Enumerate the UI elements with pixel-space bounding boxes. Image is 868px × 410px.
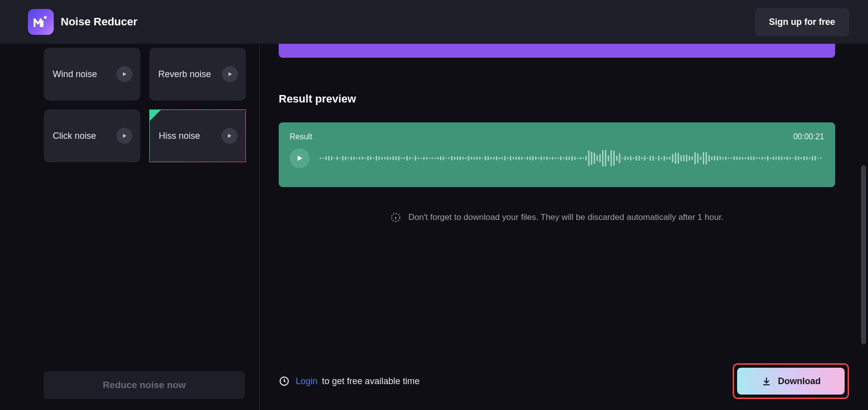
svg-rect-135: [694, 152, 696, 164]
svg-rect-51: [459, 156, 461, 160]
svg-rect-179: [817, 158, 819, 159]
svg-rect-19: [370, 156, 372, 160]
svg-rect-110: [625, 156, 626, 160]
noise-tile-wind-noise[interactable]: Wind noise: [44, 48, 140, 101]
svg-rect-163: [772, 156, 774, 160]
download-button[interactable]: Download: [737, 368, 845, 395]
svg-rect-137: [700, 156, 701, 160]
svg-rect-106: [613, 151, 615, 166]
svg-rect-15: [359, 157, 360, 160]
login-rest-text: to get free available time: [322, 376, 420, 386]
svg-rect-34: [412, 158, 414, 159]
svg-rect-9: [342, 156, 343, 160]
svg-rect-133: [689, 156, 690, 160]
tile-label: Wind noise: [53, 69, 97, 80]
svg-rect-85: [554, 157, 556, 159]
svg-rect-142: [714, 156, 715, 160]
download-icon: [761, 376, 772, 387]
svg-rect-180: [820, 157, 822, 159]
svg-rect-134: [692, 156, 693, 160]
svg-rect-70: [513, 157, 514, 159]
svg-rect-93: [577, 158, 578, 159]
tile-play-button[interactable]: [116, 66, 132, 82]
svg-rect-101: [599, 154, 601, 162]
svg-rect-69: [510, 156, 511, 160]
svg-rect-56: [473, 157, 475, 160]
play-icon: [296, 154, 304, 162]
svg-rect-161: [767, 156, 768, 161]
result-panel: Result preview Result 00:00:21 Don't for…: [260, 44, 868, 410]
svg-rect-97: [588, 150, 590, 166]
result-card: Result 00:00:21: [279, 122, 835, 187]
download-highlight: Download: [733, 363, 849, 399]
play-icon: [226, 133, 232, 139]
svg-rect-160: [764, 157, 766, 159]
svg-rect-54: [468, 156, 469, 161]
svg-rect-90: [568, 156, 570, 160]
svg-rect-119: [650, 156, 651, 161]
tile-play-button[interactable]: [221, 128, 237, 144]
main-content: Wind noiseReverb noiseClick noiseHiss no…: [0, 44, 868, 410]
svg-rect-143: [717, 156, 718, 161]
clock-icon: [279, 376, 290, 387]
svg-rect-122: [658, 156, 659, 161]
login-link[interactable]: Login: [296, 376, 318, 386]
svg-rect-153: [745, 157, 746, 159]
svg-rect-94: [580, 157, 581, 160]
svg-rect-167: [784, 157, 785, 159]
svg-rect-175: [806, 157, 808, 160]
svg-rect-82: [546, 157, 547, 160]
svg-rect-83: [549, 157, 550, 159]
svg-rect-73: [521, 157, 523, 160]
reduce-noise-button[interactable]: Reduce noise now: [44, 371, 245, 399]
svg-rect-32: [407, 156, 408, 161]
svg-rect-86: [557, 157, 559, 159]
tile-play-button[interactable]: [116, 128, 132, 144]
svg-rect-58: [479, 157, 481, 160]
tile-play-button[interactable]: [222, 66, 238, 82]
svg-rect-61: [487, 156, 489, 160]
svg-rect-173: [801, 157, 802, 159]
bottom-bar: Login to get free available time Downloa…: [279, 363, 849, 399]
noise-tile-reverb-noise[interactable]: Reverb noise: [149, 48, 246, 101]
svg-rect-140: [708, 155, 710, 162]
svg-rect-25: [387, 156, 388, 160]
svg-rect-30: [401, 158, 402, 159]
svg-rect-138: [703, 152, 704, 164]
svg-rect-162: [770, 157, 771, 159]
svg-rect-108: [619, 153, 620, 163]
svg-rect-39: [426, 157, 428, 159]
svg-rect-5: [331, 156, 332, 161]
svg-rect-67: [504, 156, 506, 160]
svg-rect-38: [423, 157, 425, 160]
svg-rect-65: [499, 157, 500, 159]
svg-rect-121: [655, 158, 657, 159]
svg-rect-123: [661, 157, 662, 159]
svg-rect-105: [611, 150, 612, 166]
svg-rect-136: [697, 153, 699, 163]
svg-rect-157: [756, 157, 758, 159]
svg-rect-150: [736, 157, 738, 160]
svg-rect-132: [686, 155, 687, 162]
svg-rect-60: [485, 156, 486, 161]
noise-tile-click-noise[interactable]: Click noise: [44, 109, 140, 162]
svg-rect-57: [476, 156, 478, 160]
app-logo: [28, 9, 54, 35]
sign-up-button[interactable]: Sign up for free: [755, 8, 849, 36]
note-text: Don't forget to download your files. The…: [408, 212, 723, 222]
download-label: Download: [778, 376, 821, 387]
svg-rect-50: [457, 157, 458, 160]
login-prompt: Login to get free available time: [279, 376, 420, 387]
svg-rect-148: [731, 158, 732, 159]
svg-rect-21: [376, 156, 377, 161]
result-play-button[interactable]: [290, 148, 310, 168]
app-header: Noise Reducer Sign up for free: [0, 0, 868, 44]
svg-rect-145: [722, 157, 724, 160]
noise-tile-hiss-noise[interactable]: Hiss noise: [149, 109, 246, 162]
svg-rect-84: [552, 157, 553, 160]
scrollbar[interactable]: [861, 165, 866, 344]
svg-rect-47: [448, 157, 450, 159]
svg-rect-45: [443, 156, 444, 160]
svg-rect-178: [815, 156, 816, 160]
svg-rect-37: [421, 158, 422, 159]
